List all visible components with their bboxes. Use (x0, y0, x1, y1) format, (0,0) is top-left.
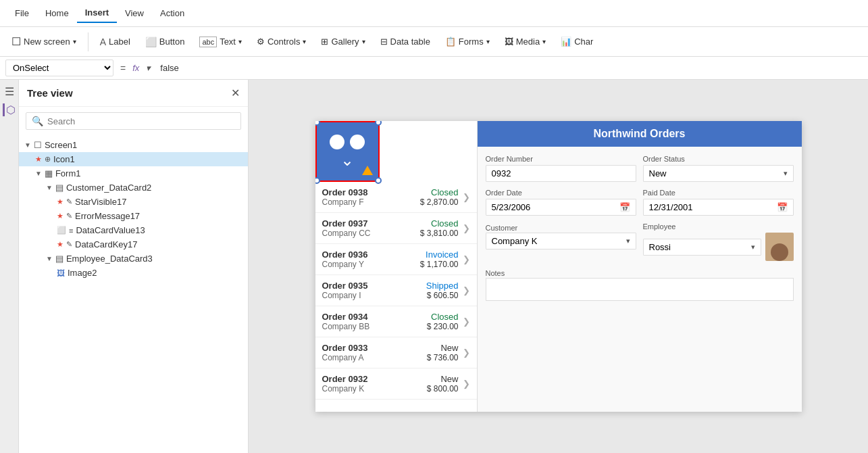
order-row-0936[interactable]: Order 0936 Company Y Invoiced $ 1,170.00… (315, 244, 477, 275)
order-amount-0938: $ 2,870.00 (420, 197, 459, 207)
employee-dropdown-arrow: ▾ (751, 243, 755, 252)
expand-arrow-screen1: ▼ (24, 141, 31, 149)
order-right-0936: Invoiced $ 1,170.00 (420, 249, 459, 269)
starvisible-icon: ★ (57, 197, 63, 206)
employee-control[interactable]: Rossi ▾ (643, 239, 761, 256)
tree-item-employee-datacard[interactable]: ▼ ▤ Employee_DataCard3 (19, 252, 248, 266)
icon1-people (330, 135, 365, 149)
order-chevron-0934: ❯ (463, 316, 470, 327)
order-right-0938: Closed $ 2,870.00 (420, 187, 459, 207)
order-row-0933[interactable]: Order 0933 Company A New $ 736.00 ❯ (315, 337, 477, 368)
layers-icon[interactable]: ⬡ (3, 103, 16, 116)
equals-sign: = (118, 63, 128, 74)
button-button[interactable]: ⬜ Button (139, 33, 191, 51)
notes-label: Notes (486, 269, 505, 277)
tree-item-datacardvalue13[interactable]: ⬜ ≡ DataCardValue13 (19, 223, 248, 237)
customer-employee-row: Customer Company K ▾ Employee Rossi (486, 222, 794, 261)
paid-date-calendar-icon: 📅 (777, 202, 788, 212)
datacardkey-icon: ★ (57, 240, 63, 249)
order-company-0936: Company Y (322, 260, 420, 269)
tree-item-starvisible17[interactable]: ★ ✎ StarVisible17 (19, 195, 248, 209)
order-row-0938[interactable]: Order 0938 Company F Closed $ 2,870.00 ❯ (315, 182, 477, 213)
order-chevron-0938: ❯ (463, 192, 470, 202)
fx-label: fx (132, 63, 139, 73)
handle-tl[interactable] (315, 121, 320, 126)
controls-chevron: ▾ (303, 38, 306, 45)
order-num-0932: Order 0932 (322, 374, 427, 384)
menu-home[interactable]: Home (37, 4, 77, 22)
tree-item-form1[interactable]: ▼ ▦ Form1 (19, 166, 248, 181)
order-amount-0935: $ 606.50 (426, 291, 459, 300)
order-date-field: Order Date 5/23/2006 📅 (486, 189, 636, 216)
order-num-0938: Order 0938 (322, 187, 420, 197)
data-table-button[interactable]: ⊟ Data table (374, 33, 436, 50)
tree-item-icon1[interactable]: ★ ⊕ Icon1 (19, 152, 248, 166)
order-status-0934: Closed (427, 312, 459, 322)
order-row-0934[interactable]: Order 0934 Company BB Closed $ 230.00 ❯ (315, 306, 477, 337)
order-status-0937: Closed (420, 218, 459, 229)
new-screen-button[interactable]: ☐ New screen ▾ (5, 32, 82, 51)
menu-view[interactable]: View (117, 4, 152, 22)
employee-field: Employee Rossi ▾ (643, 222, 794, 261)
paid-date-control[interactable]: 12/31/2001 📅 (643, 199, 794, 216)
order-num-0936: Order 0936 (322, 249, 420, 260)
handle-bl[interactable] (315, 177, 320, 184)
handle-tr[interactable] (375, 121, 382, 126)
forms-button[interactable]: 📋 Forms ▾ (439, 33, 496, 50)
employee-value: Rossi (649, 242, 671, 252)
order-amount-0932: $ 800.00 (427, 384, 459, 394)
customer-control[interactable]: Company K ▾ (486, 233, 636, 249)
formula-value[interactable]: false (155, 62, 863, 74)
sidebar-icons: ☰ ⬡ (0, 80, 19, 453)
order-number-value: 0932 (492, 168, 511, 178)
order-right-0933: New $ 736.00 (427, 343, 459, 362)
detail-body: Order Number 0932 Order Status New ▾ (478, 147, 802, 309)
icon1-element[interactable]: ⌄ (315, 121, 380, 182)
order-status-control[interactable]: New ▾ (643, 165, 794, 182)
label-button[interactable]: A Label (94, 33, 136, 51)
formula-property-select[interactable]: OnSelect (5, 59, 113, 76)
controls-button[interactable]: ⚙ Controls ▾ (251, 33, 312, 50)
order-row-0935[interactable]: Order 0935 Company I Shipped $ 606.50 ❯ (315, 275, 477, 306)
errormsg-icon: ★ (57, 212, 63, 220)
media-button[interactable]: 🖼 Media ▾ (499, 33, 552, 50)
main-layout: ☰ ⬡ Tree view ✕ 🔍 ▼ ☐ Screen1 ★ ⊕ (0, 80, 868, 453)
hamburger-icon[interactable]: ☰ (5, 85, 14, 98)
notes-section: Notes (486, 268, 794, 301)
order-row-0937[interactable]: Order 0937 Company CC Closed $ 3,810.00 … (315, 213, 477, 244)
menu-file[interactable]: File (7, 4, 37, 22)
handle-br[interactable] (375, 177, 382, 184)
tree-close-button[interactable]: ✕ (231, 87, 240, 99)
tree-item-errormessage17[interactable]: ★ ✎ ErrorMessage17 (19, 209, 248, 223)
order-info-0934: Order 0934 Company BB (322, 312, 427, 331)
employee-datacard-icon: ▤ (55, 254, 63, 264)
tree-item-image2[interactable]: 🖼 Image2 (19, 266, 248, 280)
tree-item-datacardkey17[interactable]: ★ ✎ DataCardKey17 (19, 237, 248, 252)
order-row-0932[interactable]: Order 0932 Company K New $ 800.00 ❯ (315, 368, 477, 400)
order-info-0935: Order 0935 Company I (322, 281, 426, 300)
menu-action[interactable]: Action (152, 4, 193, 22)
search-input[interactable] (47, 116, 235, 126)
order-date-calendar-icon: 📅 (619, 202, 630, 212)
chart-icon: 📊 (561, 37, 571, 47)
customer-dropdown-arrow: ▾ (626, 237, 630, 245)
paid-date-field: Paid Date 12/31/2001 📅 (643, 189, 794, 216)
menu-insert[interactable]: Insert (77, 3, 117, 23)
media-chevron: ▾ (542, 38, 546, 45)
paid-date-value: 12/31/2001 (649, 202, 693, 212)
order-date-control[interactable]: 5/23/2006 📅 (486, 199, 636, 216)
tree-item-screen1[interactable]: ▼ ☐ Screen1 (19, 138, 248, 152)
notes-input[interactable] (486, 278, 794, 301)
order-date-label: Order Date (486, 189, 636, 197)
chart-button[interactable]: 📊 Char (555, 33, 599, 50)
order-company-0933: Company A (322, 353, 427, 362)
gallery-button[interactable]: ⊞ Gallery ▾ (315, 33, 371, 50)
new-screen-chevron: ▾ (73, 38, 76, 45)
order-info-0938: Order 0938 Company F (322, 187, 420, 207)
gallery-icon: ⊞ (321, 37, 328, 47)
tree-item-customer-datacard[interactable]: ▼ ▤ Customer_DataCard2 (19, 181, 248, 195)
text-button[interactable]: abc Text ▾ (193, 33, 248, 51)
label-icon: A (100, 37, 106, 47)
order-number-control: 0932 (486, 165, 636, 182)
edit-badge-icon: ✎ (66, 197, 72, 206)
